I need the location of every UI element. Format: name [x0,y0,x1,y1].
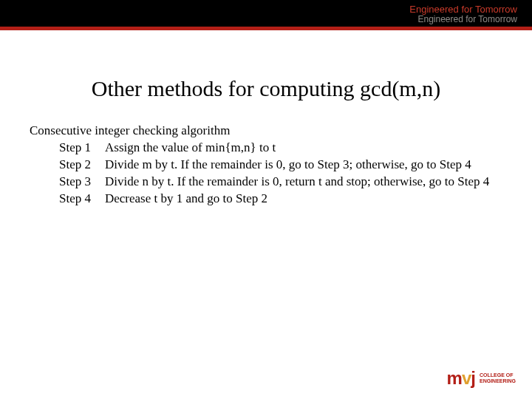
algorithm-subtitle: Consecutive integer checking algorithm [30,123,502,138]
step-3: Step 3 Divide n by t. If the remainder i… [59,174,502,191]
step-2: Step 2 Divide m by t. If the remainder i… [59,157,502,174]
step-body: Divide m by t. If the remainder is 0, go… [105,157,502,174]
logo-sub-line2: ENGINEERING [480,378,516,384]
slide-title: Other methods for computing gcd(m,n) [30,76,502,101]
footer-logo: mvj COLLEGE OF ENGINEERING [447,368,516,389]
step-label: Step 1 [59,140,105,157]
logo-sub-line1: COLLEGE OF [480,372,516,378]
slide-content: Other methods for computing gcd(m,n) Con… [0,30,532,208]
step-label: Step 3 [59,174,105,191]
logo-subtitle: COLLEGE OF ENGINEERING [480,372,516,383]
step-body: Decrease t by 1 and go to Step 2 [105,191,502,208]
logo-text: mvj [447,368,475,389]
step-body: Assign the value of min{m,n} to t [105,140,502,157]
tagline-red: Engineered for Tomorrow [409,4,517,14]
header-band: Engineered for Tomorrow Engineered for T… [0,0,532,27]
step-body: Divide n by t. If the remainder is 0, re… [105,174,502,191]
tagline-grey: Engineered for Tomorrow [417,15,517,24]
step-1: Step 1 Assign the value of min{m,n} to t [59,140,502,157]
step-label: Step 4 [59,191,105,208]
step-label: Step 2 [59,157,105,174]
steps-list: Step 1 Assign the value of min{m,n} to t… [30,140,502,208]
step-4: Step 4 Decrease t by 1 and go to Step 2 [59,191,502,208]
